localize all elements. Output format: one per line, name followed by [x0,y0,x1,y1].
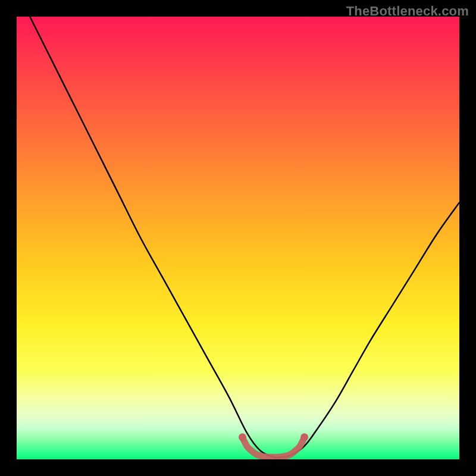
plot-area [17,17,459,459]
chart-stage: TheBottleneck.com [0,0,476,476]
optimal-range-endpoint [239,433,246,441]
bottleneck-curve [30,17,459,458]
optimal-range-endpoint [300,433,308,441]
chart-svg [17,17,459,459]
